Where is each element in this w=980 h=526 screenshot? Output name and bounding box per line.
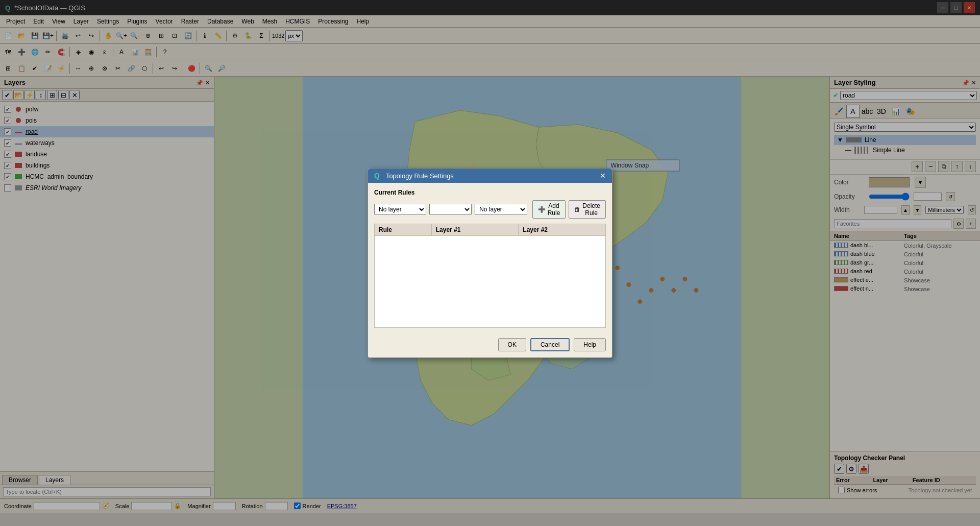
dialog-body: Current Rules No layer No layer ➕ Add Ru… xyxy=(368,183,612,334)
layer2-select[interactable]: No layer xyxy=(475,204,527,215)
delete-rule-button[interactable]: 🗑 Delete Rule xyxy=(569,200,606,219)
rule-select[interactable] xyxy=(429,204,472,215)
rules-table: Rule Layer #1 Layer #2 xyxy=(374,224,606,328)
rules-selects-row: No layer No layer ➕ Add Rule 🗑 Delete Ru… xyxy=(374,200,606,219)
rule-col-header: Rule xyxy=(375,224,432,236)
rules-empty-body xyxy=(375,236,606,328)
help-button[interactable]: Help xyxy=(574,338,606,351)
del-icon: 🗑 xyxy=(574,206,580,213)
topology-dialog: Q Topology Rule Settings ✕ Current Rules… xyxy=(368,168,612,358)
dialog-titlebar: Q Topology Rule Settings ✕ xyxy=(368,169,612,183)
dialog-buttons: OK Cancel Help xyxy=(368,334,612,357)
layer2-col-header: Layer #2 xyxy=(519,224,606,236)
dialog-title-text: Topology Rule Settings xyxy=(386,172,454,180)
rules-table-body xyxy=(375,236,606,328)
add-rule-button[interactable]: ➕ Add Rule xyxy=(532,200,566,219)
dialog-close-button[interactable]: ✕ xyxy=(600,172,606,180)
add-icon: ➕ xyxy=(538,206,546,213)
rule-buttons: ➕ Add Rule 🗑 Delete Rule xyxy=(532,200,606,219)
current-rules-label: Current Rules xyxy=(374,189,606,196)
cancel-button[interactable]: Cancel xyxy=(530,338,570,351)
dialog-title-left: Q Topology Rule Settings xyxy=(374,172,454,180)
modal-overlay: Q Topology Rule Settings ✕ Current Rules… xyxy=(0,0,980,526)
ok-button[interactable]: OK xyxy=(498,338,526,351)
dialog-qgis-icon: Q xyxy=(374,172,380,180)
rules-table-header: Rule Layer #1 Layer #2 xyxy=(375,224,606,236)
layer1-col-header: Layer #1 xyxy=(431,224,519,236)
layer1-select[interactable]: No layer xyxy=(374,204,426,215)
